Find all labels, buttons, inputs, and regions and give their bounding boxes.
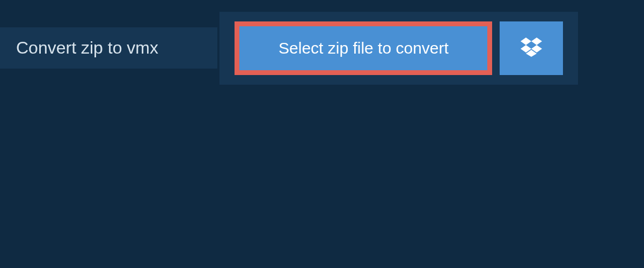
page-title: Convert zip to vmx	[16, 38, 201, 58]
select-file-button[interactable]: Select zip file to convert	[235, 21, 492, 75]
action-panel: Select zip file to convert	[219, 12, 578, 85]
select-file-label: Select zip file to convert	[279, 39, 449, 57]
dropbox-button[interactable]	[500, 21, 563, 75]
header-tab: Convert zip to vmx	[0, 27, 217, 69]
dropbox-icon	[521, 38, 542, 59]
